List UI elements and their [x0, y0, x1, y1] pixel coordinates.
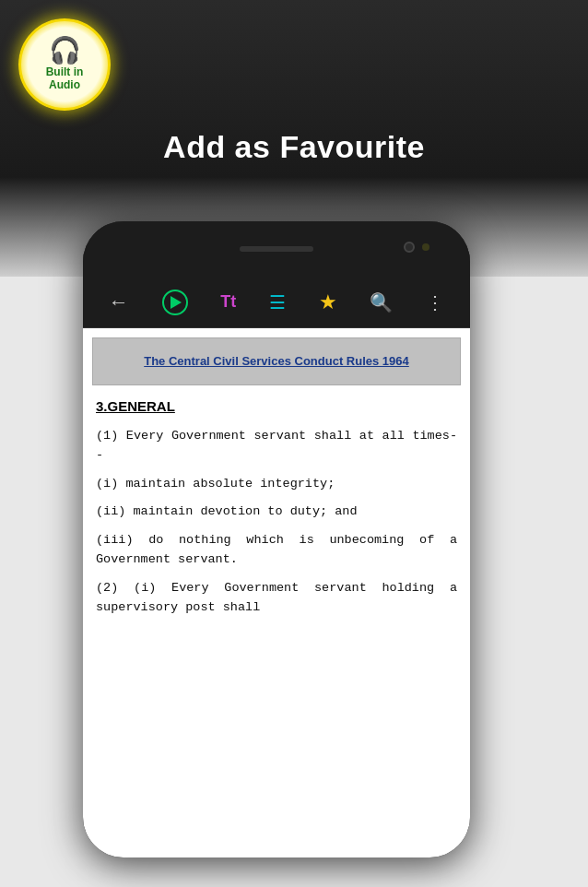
toolbar: ← Tt ☰ ★ 🔍 ⋮ — [83, 277, 470, 328]
favourite-button[interactable]: ★ — [313, 285, 343, 320]
badge-text: Built in Audio — [46, 65, 84, 92]
paragraph-4: (iii) do nothing which is unbecoming of … — [96, 531, 457, 570]
paragraph-1: (1) Every Government servant shall at al… — [96, 427, 457, 466]
toc-button[interactable]: ☰ — [264, 286, 291, 319]
phone-speaker — [240, 246, 313, 252]
phone-light — [422, 243, 429, 251]
content-body: 3.GENERAL (1) Every Government servant s… — [83, 385, 470, 638]
search-icon: 🔍 — [370, 291, 393, 313]
text-size-button[interactable]: Tt — [215, 287, 241, 317]
toc-icon: ☰ — [269, 291, 286, 313]
paragraph-2: (i) maintain absolute integrity; — [96, 475, 457, 494]
search-button[interactable]: 🔍 — [364, 286, 398, 319]
phone-frame: ← Tt ☰ ★ 🔍 ⋮ The Central Civil Services … — [83, 221, 470, 857]
text-size-icon: Tt — [220, 292, 236, 312]
headphone-icon: 🎧 — [49, 38, 81, 64]
page-title: Add as Favourite — [0, 129, 588, 165]
more-icon: ⋮ — [426, 291, 444, 313]
more-button[interactable]: ⋮ — [420, 286, 450, 319]
back-button[interactable]: ← — [103, 285, 135, 320]
star-icon: ★ — [319, 290, 337, 314]
play-icon — [162, 290, 188, 315]
section-heading: 3.GENERAL — [96, 396, 457, 418]
phone-top-bar — [83, 221, 470, 277]
document-title: The Central Civil Services Conduct Rules… — [108, 353, 445, 370]
audio-badge: 🎧 Built in Audio — [18, 18, 111, 111]
play-button[interactable] — [157, 284, 194, 321]
phone-camera — [404, 242, 415, 253]
phone-screen: The Central Civil Services Conduct Rules… — [83, 328, 470, 857]
paragraph-3: (ii) maintain devotion to duty; and — [96, 503, 457, 522]
back-icon: ← — [109, 290, 129, 314]
paragraph-5: (2) (i) Every Government servant holding… — [96, 579, 457, 618]
content-header: The Central Civil Services Conduct Rules… — [92, 337, 461, 385]
